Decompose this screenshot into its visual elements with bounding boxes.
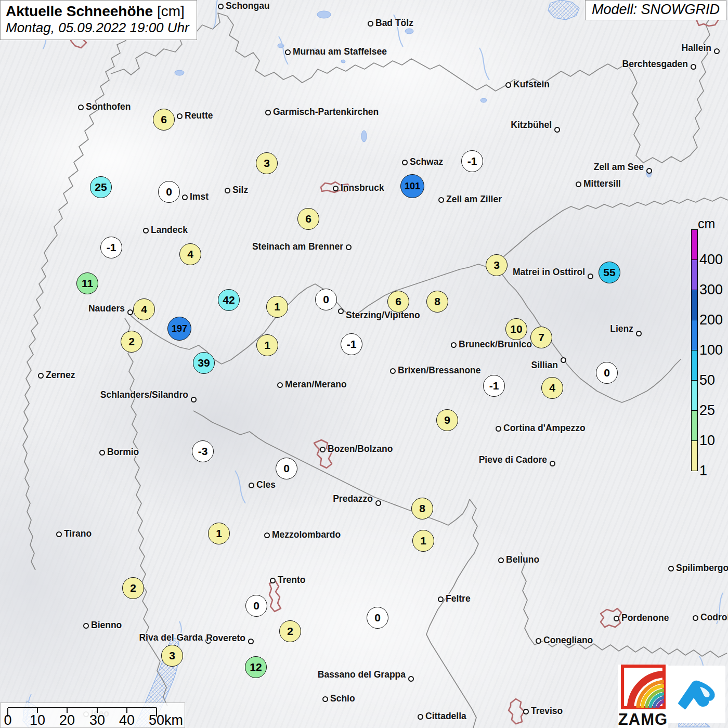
mountain-icon bbox=[673, 674, 721, 714]
legend-tick-label: 50 bbox=[699, 372, 715, 388]
zamg-logo-text: ZAMG bbox=[618, 710, 668, 728]
scale-label: 10 bbox=[30, 712, 45, 728]
legend-segment bbox=[691, 229, 698, 260]
station-value-circle: 7 bbox=[530, 327, 552, 348]
station-value-circle: 11 bbox=[76, 272, 98, 294]
legend-tick-label: 200 bbox=[699, 312, 723, 328]
station-value-circle: 10 bbox=[505, 318, 527, 340]
station-value-circle: 4 bbox=[541, 377, 563, 399]
hydro-logo bbox=[668, 666, 725, 723]
station-value-circle: 6 bbox=[297, 208, 319, 230]
legend-tick-label: 100 bbox=[699, 342, 723, 358]
station-value-circle: 9 bbox=[436, 409, 458, 431]
legend-tick-label: 10 bbox=[699, 433, 715, 449]
model-label: Modell: SNOWGRID bbox=[592, 2, 720, 17]
scale-label: 50km bbox=[149, 712, 183, 728]
station-value-circle: 6 bbox=[387, 291, 409, 313]
station-value-circle: 1 bbox=[208, 523, 230, 544]
map-title-unit: [cm] bbox=[153, 3, 185, 19]
title-box: Aktuelle Schneehöhe [cm] Montag, 05.09.2… bbox=[0, 0, 197, 40]
station-value-circle: 0 bbox=[367, 607, 388, 629]
legend-unit-label: cm bbox=[698, 216, 715, 231]
scale-label: 20 bbox=[59, 712, 75, 728]
station-value-circle: 2 bbox=[122, 577, 144, 599]
station-value-circle: 197 bbox=[167, 317, 191, 341]
legend-tick-label: 300 bbox=[699, 282, 723, 298]
snow-depth-map: SchongauBad TölzKemptenMurnau am Staffel… bbox=[0, 0, 728, 728]
model-box: Modell: SNOWGRID bbox=[585, 0, 726, 20]
station-value-circle: 0 bbox=[245, 595, 267, 617]
page-title: Aktuelle Schneehöhe [cm] bbox=[6, 3, 189, 19]
legend-segment bbox=[691, 350, 698, 381]
scale-label: 30 bbox=[89, 712, 105, 728]
station-value-circle: 1 bbox=[412, 530, 434, 552]
legend-segment bbox=[691, 259, 698, 290]
station-value-circle: 2 bbox=[121, 331, 142, 353]
legend-segment bbox=[691, 320, 698, 350]
zamg-logo: ZAMG bbox=[618, 665, 668, 728]
map-datetime: Montag, 05.09.2022 19:00 Uhr bbox=[6, 20, 189, 35]
station-value-circle: 1 bbox=[266, 296, 288, 318]
legend-tick-label: 400 bbox=[699, 252, 723, 268]
station-value-circle: 0 bbox=[158, 181, 180, 203]
scale-bar: 01020304050km bbox=[0, 703, 185, 728]
station-value-circle: 12 bbox=[245, 656, 267, 678]
station-value-circle: -3 bbox=[192, 440, 214, 462]
legend-segment bbox=[691, 380, 698, 411]
station-value-circle: 0 bbox=[276, 458, 297, 479]
station-value-circle: 2 bbox=[279, 620, 301, 642]
station-value-circle: 55 bbox=[599, 262, 620, 283]
scale-label: 40 bbox=[119, 712, 135, 728]
legend-segment bbox=[691, 440, 698, 471]
station-value-circle: 6 bbox=[153, 109, 175, 131]
legend-segment bbox=[691, 410, 698, 441]
station-value-circle: 8 bbox=[411, 498, 433, 519]
station-value-circle: 4 bbox=[179, 243, 201, 265]
station-value-circle: -1 bbox=[461, 150, 483, 172]
map-title: Aktuelle Schneehöhe bbox=[6, 3, 153, 19]
station-value-circle: 3 bbox=[161, 645, 183, 667]
station-value-circle: 3 bbox=[256, 152, 278, 174]
station-value-circle: 42 bbox=[218, 289, 240, 311]
station-value-circle: 101 bbox=[400, 174, 424, 198]
legend-segment bbox=[691, 290, 698, 320]
station-value-circle: 0 bbox=[596, 362, 618, 384]
station-value-circle: -1 bbox=[100, 237, 122, 258]
station-value-circle: 25 bbox=[90, 176, 112, 198]
legend-tick-label: 25 bbox=[699, 402, 715, 419]
legend-tick-label: 1 bbox=[699, 463, 707, 479]
stations-layer: 63-12501016-1435511424106819710721-1390-… bbox=[0, 0, 728, 728]
station-value-circle: 8 bbox=[426, 291, 448, 313]
zamg-rainbow-icon bbox=[621, 665, 666, 709]
station-value-circle: 3 bbox=[486, 254, 508, 276]
station-value-circle: 4 bbox=[133, 298, 155, 320]
station-value-circle: 0 bbox=[315, 289, 337, 310]
scale-label: 0 bbox=[4, 712, 11, 728]
station-value-circle: 39 bbox=[193, 352, 215, 374]
station-value-circle: 1 bbox=[256, 334, 278, 356]
station-value-circle: -1 bbox=[341, 333, 362, 355]
station-value-circle: -1 bbox=[483, 375, 505, 397]
